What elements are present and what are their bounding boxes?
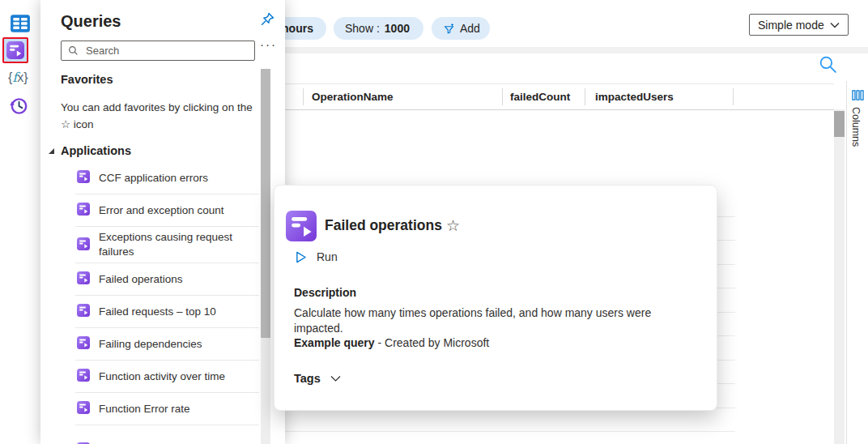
query-item-label: Error and exception count [99,203,224,218]
example-query-rest: - Created by Microsoft [375,336,490,349]
query-icon [77,401,90,416]
mode-dropdown[interactable]: Simple mode [749,14,849,36]
run-button[interactable]: Run [296,250,338,263]
queries-list: CCF application errorsError and exceptio… [61,162,259,425]
search-icon [68,45,79,56]
filter-add-icon [443,23,455,35]
query-icon [77,170,90,186]
query-icon [77,203,90,218]
table-row[interactable] [283,432,735,444]
run-button-label: Run [317,250,338,263]
panel-title: Queries [61,12,121,31]
query-item-label: Function activity over time [99,369,225,384]
column-header-operationname[interactable]: OperationName [312,91,394,103]
queries-search-box [61,41,255,61]
description-text: Calculate how many times operations fail… [294,305,692,336]
column-header-impactedusers[interactable]: impactedUsers [595,91,674,103]
queries-list-item[interactable]: Failed requests – top 10 [75,296,259,328]
query-icon [77,237,90,253]
query-icon [286,211,317,244]
example-query-line: Example query - Created by Microsoft [294,336,489,349]
query-icon [77,271,90,287]
results-search-icon[interactable] [818,54,839,75]
popup-title: Failed operations [325,217,442,234]
query-item-label: Failed requests – top 10 [99,305,216,319]
add-pill-label: Add [460,22,480,35]
queries-list-item[interactable]: Failing dependencies [75,328,259,361]
mode-dropdown-value: Simple mode [758,19,824,32]
query-item-label: Failed operations [99,272,183,287]
favorites-heading: Favorites [61,73,113,86]
column-separator [733,88,734,105]
show-limit-pill[interactable]: Show : 1000 [334,17,423,40]
show-pill-label: Show : [345,22,380,35]
search-input[interactable] [84,44,248,58]
query-icon [77,304,90,319]
time-range-pill-label: hours [282,22,313,35]
query-item-label: Failing dependencies [99,337,202,352]
scrollbar-thumb[interactable] [834,111,845,137]
queries-list-item[interactable]: Exceptions causing request failures [75,227,259,263]
columns-icon [852,89,864,104]
chevron-down-icon [830,22,840,28]
columns-tab-label: Columns [850,107,862,147]
favorite-star-icon[interactable]: ☆ [446,216,460,235]
query-history-icon[interactable] [8,96,29,117]
chevron-down-icon [330,375,341,382]
tags-label: Tags [294,372,321,385]
example-query-bold: Example query [294,336,375,349]
queries-list-item[interactable]: Error and exception count [75,194,259,227]
show-pill-value: 1000 [385,22,410,35]
column-header-failedcount[interactable]: failedCount [510,91,570,103]
queries-list-item[interactable]: Failed operations [75,263,259,296]
query-icon [77,369,90,384]
query-item-label: Function Error rate [99,402,190,416]
tables-icon[interactable] [10,13,31,34]
queries-list-item[interactable]: CCF application errors [75,162,259,194]
results-table: OperationName failedCount impactedUsers … [283,83,834,110]
add-filter-pill[interactable]: Add [432,17,490,40]
columns-side-tab[interactable]: Columns [846,81,868,444]
group-applications-label: Applications [61,144,131,157]
results-vertical-scrollbar[interactable] [834,109,845,444]
collapse-triangle-icon [49,148,54,154]
more-options-button[interactable]: ··· [260,37,277,51]
pin-icon[interactable] [259,11,275,30]
queries-list-item[interactable]: Function Error rate [75,393,259,425]
scrollbar-thumb[interactable] [261,69,270,338]
query-details-popup: Failed operations ☆ Run Description Calc… [274,185,717,411]
query-item-label: CCF application errors [99,171,208,186]
queries-icon-selected[interactable] [2,37,28,63]
favorites-hint: You can add favorites by clicking on the… [61,99,257,133]
queries-list-item[interactable]: Function activity over time [75,361,259,393]
toolbar-divider [275,47,868,53]
query-item-label: Exceptions causing request failures [99,230,259,259]
column-separator [585,88,585,105]
column-separator [502,88,503,105]
table-row[interactable] [283,408,735,433]
queries-flyout-panel: Queries ··· Favorites You can add favori… [40,0,285,444]
column-separator [303,88,304,105]
left-icon-rail: {fx} [0,0,40,444]
results-table-header: OperationName failedCount impactedUsers [283,83,834,110]
tags-expander[interactable]: Tags [294,372,341,385]
group-applications[interactable]: Applications [49,144,131,157]
play-icon [296,251,306,263]
functions-icon[interactable]: {fx} [8,70,28,85]
query-icon [77,336,90,352]
flyout-scrollbar[interactable] [261,69,270,444]
description-heading: Description [294,286,356,299]
